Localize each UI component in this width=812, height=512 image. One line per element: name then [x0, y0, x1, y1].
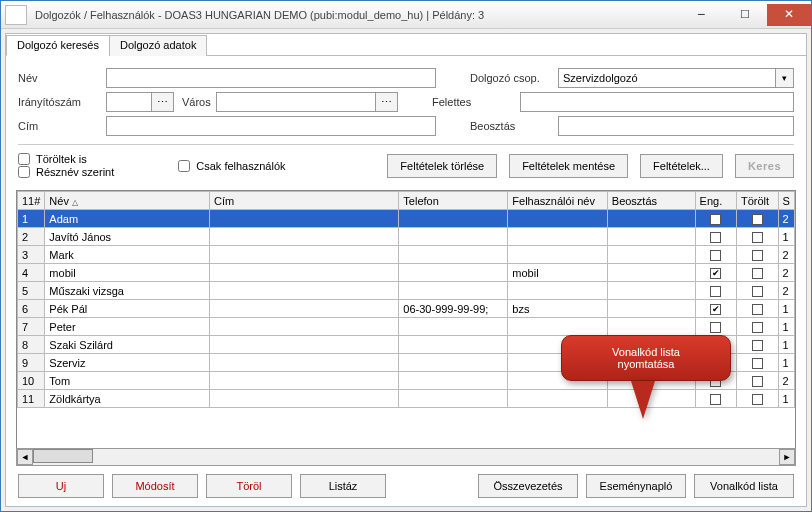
tab-search[interactable]: Dolgozó keresés [6, 35, 110, 56]
table-row[interactable]: 1Adam2 [18, 210, 795, 228]
deleted-checkbox[interactable]: Töröltek is [18, 153, 114, 165]
horizontal-scrollbar[interactable]: ◄ ► [16, 448, 796, 466]
superior-input[interactable] [520, 92, 794, 112]
partial-name-checkbox[interactable]: Résznév szerint [18, 166, 114, 178]
tab-details[interactable]: Dolgozó adatok [109, 35, 207, 56]
eventlog-button[interactable]: Eseménynapló [586, 474, 686, 498]
position-input[interactable] [558, 116, 794, 136]
deleted-checkbox[interactable] [752, 340, 763, 351]
callout-tail-icon [631, 381, 655, 419]
deleted-checkbox[interactable] [752, 304, 763, 315]
enabled-checkbox[interactable] [710, 268, 721, 279]
table-row[interactable]: 4mobilmobil2 [18, 264, 795, 282]
deleted-checkbox[interactable] [752, 286, 763, 297]
scroll-left-icon[interactable]: ◄ [17, 449, 33, 465]
zip-label: Irányítószám [18, 96, 106, 108]
group-dropdown[interactable] [558, 68, 794, 88]
deleted-checkbox[interactable] [752, 268, 763, 279]
app-icon [5, 5, 27, 25]
deleted-checkbox[interactable] [752, 232, 763, 243]
addr-input[interactable] [106, 116, 436, 136]
table-row[interactable]: 2Javító János1 [18, 228, 795, 246]
tab-strip: Dolgozó keresés Dolgozó adatok [6, 34, 806, 56]
delete-button[interactable]: Töröl [206, 474, 292, 498]
footer-toolbar: Uj Módosít Töröl Listáz Összevezetés Ese… [18, 474, 794, 498]
superior-label: Felettes [428, 96, 520, 108]
list-button[interactable]: Listáz [300, 474, 386, 498]
save-filters-button[interactable]: Feltételek mentése [509, 154, 628, 178]
city-label: Város [174, 96, 216, 108]
deleted-checkbox[interactable] [752, 250, 763, 261]
col-username[interactable]: Felhasználói név [508, 192, 607, 210]
scroll-right-icon[interactable]: ► [779, 449, 795, 465]
clear-filters-button[interactable]: Feltételek törlése [387, 154, 497, 178]
name-input[interactable] [106, 68, 436, 88]
col-enabled[interactable]: Eng. [695, 192, 736, 210]
zip-picker[interactable] [152, 92, 174, 112]
col-s[interactable]: S [778, 192, 794, 210]
addr-label: Cím [18, 120, 106, 132]
deleted-checkbox[interactable] [752, 214, 763, 225]
scroll-thumb[interactable] [33, 449, 93, 463]
deleted-checkbox[interactable] [752, 322, 763, 333]
col-rowcount[interactable]: 11# [18, 192, 45, 210]
new-button[interactable]: Uj [18, 474, 104, 498]
deleted-checkbox[interactable] [752, 358, 763, 369]
search-button[interactable]: Keres [735, 154, 794, 178]
enabled-checkbox[interactable] [710, 322, 721, 333]
window-title: Dolgozók / Felhasználók - DOAS3 HUNGARIA… [31, 9, 679, 21]
header-row: 11# Név △ Cím Telefon Felhasználói név B… [18, 192, 795, 210]
callout-tooltip: Vonalkód lista nyomtatása [561, 335, 731, 419]
city-input[interactable] [216, 92, 376, 112]
client-area: Dolgozó keresés Dolgozó adatok Név Dolgo… [5, 33, 807, 507]
users-only-checkbox[interactable]: Csak felhasználók [178, 160, 285, 172]
position-label: Beosztás [466, 120, 558, 132]
filters-button[interactable]: Feltételek... [640, 154, 723, 178]
col-position[interactable]: Beosztás [607, 192, 695, 210]
scroll-track[interactable] [33, 449, 779, 465]
table-row[interactable]: 6Pék Pál06-30-999-99-99;bzs1 [18, 300, 795, 318]
col-addr[interactable]: Cím [209, 192, 398, 210]
enabled-checkbox[interactable] [710, 304, 721, 315]
callout-line2: nyomtatása [574, 358, 718, 370]
group-label: Dolgozó csop. [466, 72, 558, 84]
group-value[interactable] [558, 68, 776, 88]
table-row[interactable]: 3Mark2 [18, 246, 795, 264]
merge-button[interactable]: Összevezetés [478, 474, 578, 498]
modify-button[interactable]: Módosít [112, 474, 198, 498]
callout-line1: Vonalkód lista [574, 346, 718, 358]
sort-asc-icon: △ [72, 198, 78, 207]
deleted-checkbox[interactable] [752, 376, 763, 387]
zip-input[interactable] [106, 92, 152, 112]
enabled-checkbox[interactable] [710, 214, 721, 225]
enabled-checkbox[interactable] [710, 250, 721, 261]
table-row[interactable]: 5Műszaki vizsga2 [18, 282, 795, 300]
minimize-button[interactable] [679, 4, 723, 26]
filter-panel: Név Dolgozó csop. Irányítószám Város Fel… [6, 56, 806, 190]
enabled-checkbox[interactable] [710, 286, 721, 297]
col-phone[interactable]: Telefon [399, 192, 508, 210]
main-window: Dolgozók / Felhasználók - DOAS3 HUNGARIA… [0, 0, 812, 512]
table-row[interactable]: 7Peter1 [18, 318, 795, 336]
maximize-button[interactable] [723, 4, 767, 26]
close-button[interactable] [767, 4, 811, 26]
city-picker[interactable] [376, 92, 398, 112]
enabled-checkbox[interactable] [710, 232, 721, 243]
name-label: Név [18, 72, 106, 84]
titlebar: Dolgozók / Felhasználók - DOAS3 HUNGARIA… [1, 1, 811, 29]
col-deleted[interactable]: Törölt [736, 192, 778, 210]
chevron-down-icon[interactable] [776, 68, 794, 88]
col-name[interactable]: Név △ [45, 192, 210, 210]
deleted-checkbox[interactable] [752, 394, 763, 405]
barcode-list-button[interactable]: Vonalkód lista [694, 474, 794, 498]
